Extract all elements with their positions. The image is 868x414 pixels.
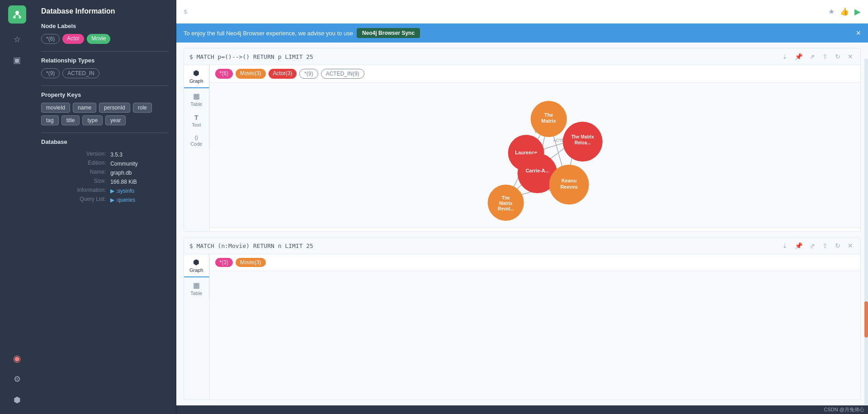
filter-all-2[interactable]: *(3)	[215, 258, 233, 267]
favorite-icon[interactable]: ★	[828, 7, 835, 16]
banner-close-icon[interactable]: ×	[856, 29, 861, 38]
db-value-version: 3.5.3	[110, 151, 168, 159]
prop-movieid[interactable]: movieId	[41, 103, 70, 113]
close-btn-2[interactable]: ✕	[846, 241, 855, 250]
db-label-info: Information:	[42, 187, 109, 195]
prop-type[interactable]: type	[82, 115, 103, 125]
prop-role[interactable]: role	[133, 103, 152, 113]
text-tab-icon-1: T	[194, 114, 198, 121]
expand-btn-2[interactable]: ⇗	[808, 241, 817, 250]
sidebar-icon-search[interactable]: ▣	[9, 52, 26, 69]
app-logo[interactable]	[8, 5, 26, 24]
node-matrix-reload-label-1: The Matrix	[571, 134, 594, 139]
sidebar-icon-plugins[interactable]: ⬢	[9, 391, 26, 409]
command-input[interactable]	[191, 8, 825, 15]
code-tab-icon-1: {}	[195, 135, 198, 140]
graph-visualization-1: ACTED_IN ACTED_IN	[210, 83, 860, 228]
db-label-edition: Edition:	[42, 160, 109, 168]
node-matrix-label-1: The	[544, 112, 553, 118]
db-label-queries: Query List:	[42, 196, 109, 204]
node-keanu-label-1: Keanu	[561, 178, 576, 183]
db-row-edition: Edition: Community	[42, 160, 168, 168]
tag-movie[interactable]: Movie	[87, 34, 110, 44]
node-matrix-revol-label-3: Revol...	[498, 206, 514, 211]
result-header-2: $ MATCH (n:Movie) RETURN n LIMIT 25 ⇣ 📌 …	[184, 238, 860, 254]
pin-btn-1[interactable]: 📌	[793, 52, 804, 61]
pin-btn-2[interactable]: 📌	[793, 241, 804, 250]
svg-point-1	[13, 16, 16, 19]
db-row-queries: Query List: ▶ :queries	[42, 196, 168, 204]
refresh-btn-2[interactable]: ↻	[833, 241, 842, 250]
result-content-1: *(6) Movie(3) Actor(3) *(9) ACTED_IN(9) …	[210, 65, 860, 232]
close-btn-1[interactable]: ✕	[846, 52, 855, 61]
text-tab-label-1: Text	[192, 122, 201, 128]
tab-table-2[interactable]: ▦ Table	[184, 277, 209, 300]
tab-graph-1[interactable]: ⬢ Graph	[184, 65, 209, 88]
filter-acted-in-1[interactable]: ACTED_IN(9)	[321, 69, 364, 79]
result-tabs-2: ⬢ Graph ▦ Table	[184, 254, 210, 400]
scrollbar-thumb[interactable]	[864, 301, 868, 338]
svg-line-3	[14, 14, 17, 16]
prop-name[interactable]: name	[73, 103, 96, 113]
prop-year[interactable]: year	[105, 115, 126, 125]
save-icon[interactable]: 👍	[840, 7, 849, 16]
tab-graph-2[interactable]: ⬢ Graph	[184, 254, 209, 277]
result-card-2: $ MATCH (n:Movie) RETURN n LIMIT 25 ⇣ 📌 …	[184, 237, 861, 400]
filter-bar-1: *(6) Movie(3) Actor(3) *(9) ACTED_IN(9)	[210, 65, 860, 83]
db-sysinfo-link[interactable]: ▶ :sysinfo	[110, 188, 168, 194]
svg-line-4	[17, 14, 20, 16]
sidebar-icon-star[interactable]: ☆	[9, 31, 26, 48]
result-body-2: ⬢ Graph ▦ Table *(3) Movie(3)	[184, 254, 860, 400]
up-btn-1[interactable]: ⇧	[821, 52, 830, 61]
filter-all-1[interactable]: *(6)	[215, 69, 233, 79]
prop-personid[interactable]: personId	[99, 103, 130, 113]
rel-types-title: Relationship Types	[41, 57, 169, 64]
db-row-name: Name: graph.db	[42, 169, 168, 177]
up-btn-2[interactable]: ⇧	[821, 241, 830, 250]
run-icon[interactable]: ▶	[854, 7, 861, 17]
table-tab-label-1: Table	[190, 101, 202, 107]
download-btn-2[interactable]: ⇣	[780, 241, 789, 250]
prop-title[interactable]: title	[61, 115, 80, 125]
table-tab-icon-2: ▦	[193, 281, 200, 290]
divider-2	[41, 86, 169, 86]
filter-movie-2[interactable]: Movie(3)	[236, 258, 266, 267]
refresh-btn-1[interactable]: ↻	[833, 52, 842, 61]
graph-tab-label-2: Graph	[189, 267, 203, 273]
node-matrix-label-2: Matrix	[541, 118, 556, 124]
tag-acted-in[interactable]: ACTED_IN	[62, 68, 99, 78]
status-text-1: Displaying 6 nodes, 9 relationships.	[215, 231, 301, 232]
db-value-name: graph.db	[110, 169, 168, 177]
browser-sync-button[interactable]: Neo4j Browser Sync	[357, 28, 420, 38]
sidebar-icon-database[interactable]: ◉	[9, 350, 26, 367]
node-labels-title: Node Labels	[41, 23, 169, 29]
db-value-edition: Community	[110, 160, 168, 168]
db-queries-link[interactable]: ▶ :queries	[110, 197, 168, 203]
sidebar-icon-settings[interactable]: ⚙	[9, 371, 26, 388]
tab-text-1[interactable]: T Text	[184, 110, 209, 131]
status-bar-1: Displaying 6 nodes, 9 relationships.	[210, 228, 860, 232]
command-icons: ★ 👍 ▶	[828, 7, 861, 17]
filter-actor-1[interactable]: Actor(3)	[269, 69, 297, 79]
result-content-2: *(3) Movie(3)	[210, 254, 860, 400]
tag-all-nodes[interactable]: *(6)	[41, 34, 60, 44]
svg-point-0	[15, 11, 19, 14]
info-panel-title: Database Information	[41, 7, 169, 15]
divider-3	[41, 133, 169, 133]
db-row-size: Size: 166.88 KiB	[42, 178, 168, 186]
filter-movie-1[interactable]: Movie(3)	[236, 69, 266, 79]
result-query-2: $ MATCH (n:Movie) RETURN n LIMIT 25	[189, 243, 313, 249]
filter-bar-2: *(3) Movie(3)	[210, 254, 860, 271]
command-bar: $ ★ 👍 ▶	[176, 0, 868, 24]
tag-all-rels[interactable]: *(9)	[41, 68, 60, 78]
tag-actor[interactable]: Actor	[62, 34, 84, 44]
prop-tag[interactable]: tag	[41, 115, 59, 125]
tab-code-1[interactable]: {} Code	[184, 131, 209, 150]
scrollbar-track[interactable]	[864, 59, 868, 405]
download-btn-1[interactable]: ⇣	[780, 52, 789, 61]
filter-all-rels-1[interactable]: *(9)	[299, 69, 318, 79]
tab-table-1[interactable]: ▦ Table	[184, 88, 209, 110]
database-title: Database	[41, 138, 169, 145]
expand-btn-1[interactable]: ⇗	[808, 52, 817, 61]
db-label-version: Version:	[42, 151, 109, 159]
